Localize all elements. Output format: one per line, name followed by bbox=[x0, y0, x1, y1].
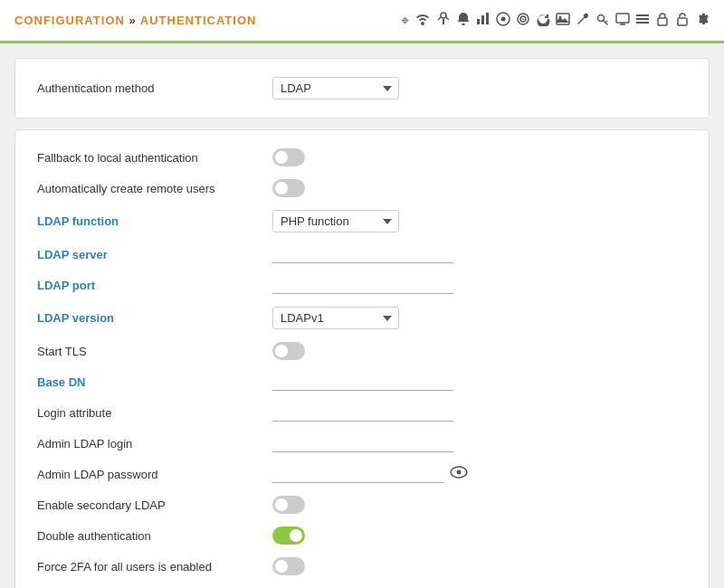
breadcrumb-sep: » bbox=[125, 14, 140, 27]
antenna-icon[interactable] bbox=[436, 12, 451, 30]
start-tls-row: Start TLS bbox=[37, 342, 687, 360]
auth-method-label: Authentication method bbox=[37, 81, 272, 95]
svg-rect-4 bbox=[477, 19, 480, 24]
auth-method-select[interactable]: LDAP Local RADIUS bbox=[272, 77, 399, 100]
breadcrumb-auth: AUTHENTICATION bbox=[140, 14, 257, 27]
secondary-ldap-slider bbox=[272, 496, 305, 514]
base-dn-input[interactable] bbox=[272, 373, 453, 391]
chart-icon[interactable] bbox=[476, 12, 491, 30]
svg-rect-5 bbox=[481, 15, 484, 24]
svg-point-14 bbox=[598, 14, 605, 21]
ldap-port-label: LDAP port bbox=[37, 279, 272, 292]
admin-password-row: Admin LDAP password bbox=[37, 465, 687, 483]
svg-line-3 bbox=[446, 17, 449, 20]
location-icon[interactable]: ⌖ bbox=[401, 13, 409, 29]
auto-create-toggle[interactable] bbox=[272, 179, 305, 197]
target-icon[interactable] bbox=[516, 12, 530, 30]
wifi-icon[interactable] bbox=[414, 13, 431, 29]
lock-icon[interactable] bbox=[655, 12, 670, 30]
base-dn-row: Base DN bbox=[37, 373, 687, 391]
image-icon[interactable] bbox=[556, 12, 570, 30]
ldap-server-input[interactable] bbox=[272, 245, 453, 263]
ldap-port-input[interactable] bbox=[272, 276, 453, 294]
svg-rect-6 bbox=[486, 13, 489, 24]
svg-rect-0 bbox=[443, 19, 444, 24]
login-attr-input[interactable] bbox=[272, 403, 453, 422]
key-icon[interactable] bbox=[595, 12, 610, 30]
admin-login-input[interactable] bbox=[272, 434, 453, 452]
svg-rect-18 bbox=[636, 22, 649, 24]
double-auth-toggle[interactable] bbox=[272, 526, 305, 545]
ldap-version-label: LDAP version bbox=[37, 311, 272, 325]
svg-rect-17 bbox=[636, 18, 649, 20]
gear-icon[interactable] bbox=[695, 12, 710, 30]
admin-login-row: Admin LDAP login bbox=[37, 434, 687, 452]
auto-create-row: Automatically create remote users bbox=[37, 179, 687, 197]
ldap-function-row: LDAP function PHP function ldap_connect … bbox=[37, 210, 687, 232]
base-dn-label: Base DN bbox=[37, 375, 272, 389]
start-tls-label: Start TLS bbox=[37, 345, 272, 358]
refresh-icon[interactable] bbox=[536, 12, 550, 30]
ldap-port-row: LDAP port bbox=[37, 276, 687, 294]
secondary-ldap-toggle[interactable] bbox=[272, 496, 305, 514]
svg-rect-20 bbox=[678, 18, 687, 25]
fallback-toggle[interactable] bbox=[272, 148, 305, 166]
svg-point-1 bbox=[441, 13, 446, 18]
fallback-label: Fallback to local authentication bbox=[37, 151, 272, 165]
password-wrap bbox=[272, 465, 468, 483]
login-attr-row: Login attribute bbox=[37, 403, 687, 422]
svg-point-8 bbox=[501, 16, 506, 21]
svg-rect-15 bbox=[616, 14, 629, 23]
list-icon[interactable] bbox=[635, 12, 650, 30]
ldap-settings-card: Fallback to local authentication Automat… bbox=[14, 129, 710, 588]
force-2fa-toggle[interactable] bbox=[272, 557, 305, 575]
ldap-function-label: LDAP function bbox=[37, 214, 272, 228]
double-auth-slider bbox=[272, 526, 305, 545]
unlock-icon[interactable] bbox=[675, 12, 690, 30]
monitor-icon[interactable] bbox=[615, 12, 630, 30]
topbar-icons: ⌖ bbox=[401, 12, 710, 30]
start-tls-slider bbox=[272, 342, 305, 360]
auto-create-slider bbox=[272, 179, 305, 197]
svg-point-11 bbox=[522, 18, 524, 20]
settings-circle-icon[interactable] bbox=[496, 12, 510, 30]
auth-method-row: Authentication method LDAP Local RADIUS bbox=[37, 77, 687, 100]
force-2fa-row: Force 2FA for all users is enabled bbox=[37, 557, 687, 575]
ldap-server-label: LDAP server bbox=[37, 248, 272, 261]
admin-login-label: Admin LDAP login bbox=[37, 437, 272, 450]
secondary-ldap-row: Enable secondary LDAP bbox=[37, 496, 687, 514]
svg-rect-19 bbox=[658, 18, 667, 25]
breadcrumb-config: CONFIGURATION bbox=[14, 14, 125, 27]
svg-line-2 bbox=[438, 17, 441, 20]
fallback-row: Fallback to local authentication bbox=[37, 148, 687, 166]
ldap-version-select[interactable]: LDAPv1 LDAPv2 LDAPv3 bbox=[272, 307, 399, 329]
force-2fa-slider bbox=[272, 557, 305, 575]
auto-create-label: Automatically create remote users bbox=[37, 182, 272, 195]
wrench-icon[interactable] bbox=[576, 12, 590, 30]
bell-icon[interactable] bbox=[456, 12, 471, 30]
ldap-server-row: LDAP server bbox=[37, 245, 687, 263]
admin-password-input[interactable] bbox=[272, 465, 444, 483]
topbar: CONFIGURATION » AUTHENTICATION ⌖ bbox=[0, 0, 724, 43]
login-attr-label: Login attribute bbox=[37, 406, 272, 420]
ldap-function-select[interactable]: PHP function ldap_connect ldap_bind bbox=[272, 210, 399, 232]
auth-method-card: Authentication method LDAP Local RADIUS bbox=[14, 58, 710, 119]
force-2fa-label: Force 2FA for all users is enabled bbox=[37, 560, 272, 574]
svg-rect-16 bbox=[636, 14, 649, 16]
admin-password-label: Admin LDAP password bbox=[37, 468, 272, 481]
main-content: Authentication method LDAP Local RADIUS … bbox=[0, 43, 724, 588]
start-tls-toggle[interactable] bbox=[272, 342, 305, 360]
toggle-password-icon[interactable] bbox=[450, 466, 468, 482]
ldap-version-row: LDAP version LDAPv1 LDAPv2 LDAPv3 bbox=[37, 307, 687, 329]
secondary-ldap-label: Enable secondary LDAP bbox=[37, 498, 272, 512]
fallback-slider bbox=[272, 148, 305, 166]
double-auth-row: Double authentication bbox=[37, 526, 687, 545]
double-auth-label: Double authentication bbox=[37, 529, 272, 543]
breadcrumb: CONFIGURATION » AUTHENTICATION bbox=[14, 14, 256, 27]
svg-point-22 bbox=[457, 470, 462, 475]
